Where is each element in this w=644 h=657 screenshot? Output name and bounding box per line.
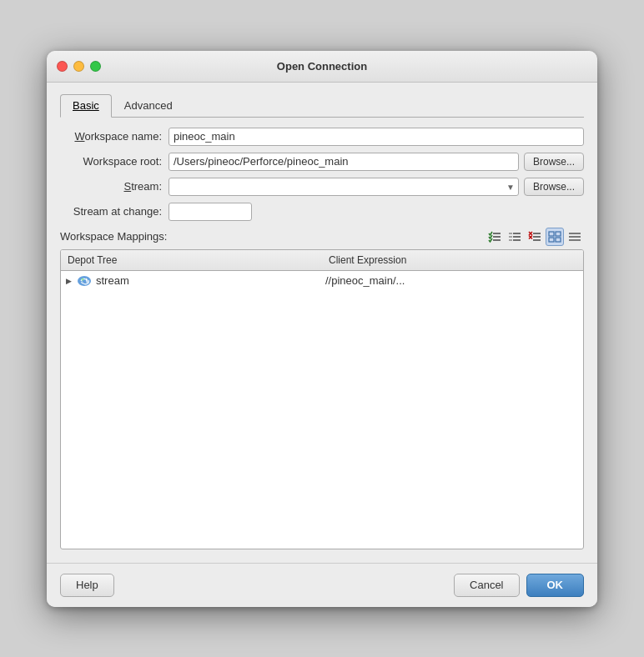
svg-rect-19 <box>556 238 561 242</box>
svg-rect-18 <box>549 238 554 242</box>
list-view-icon <box>567 230 582 243</box>
cancel-button[interactable]: Cancel <box>454 574 519 597</box>
table-body: ▶ stream //pineoc_main/... <box>61 271 583 291</box>
workspace-name-label: Workspace name: <box>60 130 169 143</box>
stream-icon <box>76 274 93 288</box>
depot-tree-column-header: Depot Tree <box>61 253 322 268</box>
list-view-button[interactable] <box>566 228 584 246</box>
tab-basic-label: Basic <box>73 99 99 112</box>
stream-select-container: ▼ <box>169 178 519 196</box>
workspace-root-row: Workspace root: Browse... <box>60 153 584 171</box>
grid-view-button[interactable] <box>546 228 564 246</box>
svg-rect-17 <box>556 232 561 236</box>
tab-advanced[interactable]: Advanced <box>112 94 185 118</box>
maximize-button[interactable] <box>90 61 101 72</box>
browse-stream-button[interactable]: Browse... <box>524 178 584 196</box>
client-expression-cell: //pineoc_main/... <box>322 273 583 288</box>
stream-at-change-label: Stream at change: <box>60 205 169 218</box>
minus-list-icon <box>507 230 522 243</box>
workspace-root-input[interactable] <box>169 153 519 171</box>
tab-advanced-label: Advanced <box>124 99 173 112</box>
expand-arrow-icon[interactable]: ▶ <box>64 277 73 285</box>
grid-view-icon <box>547 230 562 243</box>
workspace-mappings-label: Workspace Mappings: <box>60 230 167 243</box>
workspace-mappings-header: Workspace Mappings: <box>60 228 584 246</box>
workspace-root-label: Workspace root: <box>60 155 169 168</box>
stream-row: Stream: ▼ Browse... <box>60 178 584 196</box>
stream-at-change-row: Stream at change: <box>60 203 584 221</box>
workspace-mappings-table: Depot Tree Client Expression ▶ <box>60 249 584 549</box>
depot-tree-name: stream <box>96 274 129 287</box>
workspace-name-row: Workspace name: <box>60 128 584 146</box>
close-button[interactable] <box>57 61 68 72</box>
bottom-bar: Help Cancel OK <box>47 563 597 607</box>
workspace-name-input[interactable] <box>169 128 584 146</box>
ok-button[interactable]: OK <box>526 574 585 597</box>
minimize-button[interactable] <box>73 61 84 72</box>
stream-select[interactable] <box>169 178 519 196</box>
x-list-icon <box>527 230 542 243</box>
table-header: Depot Tree Client Expression <box>61 250 583 271</box>
open-connection-dialog: Open Connection Basic Advanced Workspace… <box>47 51 597 607</box>
mapping-toolbar <box>486 228 584 246</box>
stream-label: Stream: <box>60 180 169 193</box>
titlebar: Open Connection <box>47 51 597 83</box>
table-row[interactable]: ▶ stream //pineoc_main/... <box>61 271 583 291</box>
tab-bar: Basic Advanced <box>60 94 584 118</box>
ignore-mappings-button[interactable] <box>526 228 544 246</box>
window-title: Open Connection <box>277 60 367 73</box>
svg-rect-16 <box>549 232 554 236</box>
tab-basic[interactable]: Basic <box>60 94 112 118</box>
dialog-content: Basic Advanced Workspace name: Workspace… <box>47 83 597 563</box>
include-mappings-button[interactable] <box>486 228 504 246</box>
check-list-icon <box>487 230 502 243</box>
help-button[interactable]: Help <box>60 574 114 597</box>
stream-at-change-input[interactable] <box>169 203 252 221</box>
browse-root-button[interactable]: Browse... <box>524 153 584 171</box>
depot-tree-cell: ▶ stream <box>61 273 322 289</box>
exclude-mappings-button[interactable] <box>506 228 524 246</box>
window-controls <box>57 61 101 72</box>
client-expression-column-header: Client Expression <box>322 253 583 268</box>
